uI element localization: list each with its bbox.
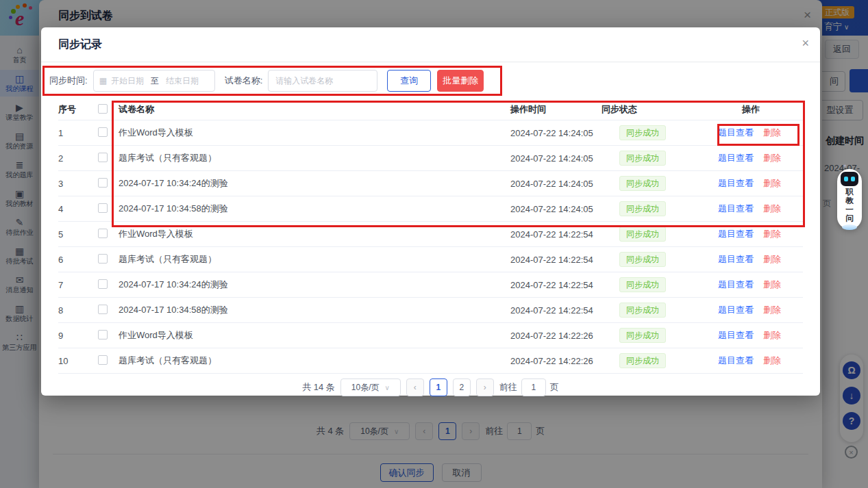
view-link[interactable]: 题目查看 bbox=[718, 304, 754, 316]
status-badge: 同步成功 bbox=[619, 201, 666, 216]
table-row: 6 题库考试（只有客观题） 2024-07-22 14:22:54 同步成功 题… bbox=[58, 247, 803, 272]
row-time: 2024-07-22 14:22:54 bbox=[510, 305, 602, 316]
index-header: 序号 bbox=[58, 103, 98, 116]
calendar-icon: ▦ bbox=[99, 76, 107, 86]
view-link[interactable]: 题目查看 bbox=[718, 253, 754, 266]
sync-records-close-icon[interactable]: × bbox=[802, 36, 809, 51]
row-time: 2024-07-22 14:22:26 bbox=[510, 356, 602, 366]
table-row: 7 2024-07-17 10:34:24的测验 2024-07-22 14:2… bbox=[58, 272, 803, 298]
row-checkbox[interactable] bbox=[98, 279, 108, 289]
row-checkbox[interactable] bbox=[98, 153, 108, 162]
start-date-placeholder: 开始日期 bbox=[111, 75, 144, 87]
end-date-placeholder: 结束日期 bbox=[166, 75, 199, 87]
view-link[interactable]: 题目查看 bbox=[718, 177, 754, 190]
title-divider bbox=[41, 62, 820, 62]
chevron-down-icon: ∨ bbox=[385, 384, 390, 391]
table-row: 1 作业Word导入模板 2024-07-22 14:24:05 同步成功 题目… bbox=[58, 120, 803, 146]
delete-link[interactable]: 删除 bbox=[763, 127, 781, 139]
row-checkbox[interactable] bbox=[98, 178, 108, 188]
row-name: 作业Word导入模板 bbox=[119, 329, 510, 342]
page-button-2[interactable]: 2 bbox=[453, 378, 471, 396]
page-size-select[interactable]: 10条/页 ∨ bbox=[340, 378, 401, 396]
row-time: 2024-07-22 14:24:05 bbox=[510, 153, 602, 164]
table-row: 2 题库考试（只有客观题） 2024-07-22 14:24:05 同步成功 题… bbox=[58, 146, 803, 171]
view-link[interactable]: 题目查看 bbox=[718, 228, 754, 240]
delete-link[interactable]: 删除 bbox=[763, 177, 781, 190]
sync-time-label: 同步时间: bbox=[49, 75, 88, 87]
status-badge: 同步成功 bbox=[619, 176, 666, 191]
row-checkbox[interactable] bbox=[98, 305, 108, 314]
row-checkbox[interactable] bbox=[98, 229, 108, 238]
row-name: 作业Word导入模板 bbox=[119, 127, 510, 139]
view-link[interactable]: 题目查看 bbox=[718, 152, 754, 164]
status-badge: 同步成功 bbox=[619, 328, 666, 343]
range-separator: 至 bbox=[148, 75, 162, 87]
assistant-label-char: 教 bbox=[837, 196, 862, 205]
assistant-label-char: 问 bbox=[837, 214, 862, 223]
table-row: 5 作业Word导入模板 2024-07-22 14:22:54 同步成功 题目… bbox=[58, 222, 803, 247]
sparkle-icon: ✦ bbox=[843, 163, 847, 169]
delete-link[interactable]: 删除 bbox=[763, 279, 781, 291]
row-checkbox[interactable] bbox=[98, 330, 108, 339]
row-time: 2024-07-22 14:24:05 bbox=[510, 179, 602, 189]
table-row: 4 2024-07-17 10:34:58的测验 2024-07-22 14:2… bbox=[58, 196, 803, 222]
row-index: 3 bbox=[58, 179, 98, 189]
view-link[interactable]: 题目查看 bbox=[718, 329, 754, 342]
goto-label: 前往 bbox=[499, 381, 517, 394]
row-checkbox[interactable] bbox=[98, 203, 108, 213]
total-count: 共 14 条 bbox=[302, 381, 335, 394]
row-name: 2024-07-17 10:34:24的测验 bbox=[119, 177, 510, 190]
row-checkbox[interactable] bbox=[98, 254, 108, 264]
paper-name-input[interactable] bbox=[268, 70, 377, 92]
name-header: 试卷名称 bbox=[119, 103, 510, 116]
row-checkbox[interactable] bbox=[98, 355, 108, 365]
status-badge: 同步成功 bbox=[619, 151, 666, 166]
status-badge: 同步成功 bbox=[619, 125, 666, 140]
delete-link[interactable]: 删除 bbox=[763, 228, 781, 240]
status-badge: 同步成功 bbox=[619, 277, 666, 292]
table-row: 3 2024-07-17 10:34:24的测验 2024-07-22 14:2… bbox=[58, 171, 803, 196]
delete-link[interactable]: 删除 bbox=[763, 355, 781, 367]
date-range-input[interactable]: ▦ 开始日期 至 结束日期 bbox=[93, 70, 215, 92]
actions-header: 操作 bbox=[718, 103, 803, 116]
view-link[interactable]: 题目查看 bbox=[718, 355, 754, 367]
row-index: 10 bbox=[58, 356, 98, 366]
batch-delete-button[interactable]: 批量删除 bbox=[437, 70, 484, 92]
sync-records-title: 同步记录 bbox=[58, 38, 102, 52]
assistant-widget[interactable]: ✦ 职 教 一 问 bbox=[837, 169, 862, 229]
search-button[interactable]: 查询 bbox=[387, 70, 431, 92]
view-link[interactable]: 题目查看 bbox=[718, 279, 754, 291]
delete-link[interactable]: 删除 bbox=[763, 203, 781, 215]
prev-page-button[interactable]: ‹ bbox=[406, 378, 424, 396]
view-link[interactable]: 题目查看 bbox=[718, 127, 754, 139]
row-index: 6 bbox=[58, 255, 98, 265]
select-all-checkbox[interactable] bbox=[98, 104, 108, 114]
row-checkbox[interactable] bbox=[98, 127, 108, 137]
view-link[interactable]: 题目查看 bbox=[718, 203, 754, 215]
table-row: 8 2024-07-17 10:34:58的测验 2024-07-22 14:2… bbox=[58, 298, 803, 323]
row-name: 2024-07-17 10:34:58的测验 bbox=[119, 304, 510, 316]
row-name: 题库考试（只有客观题） bbox=[119, 355, 510, 367]
sync-records-modal: 同步记录 × 同步时间: ▦ 开始日期 至 结束日期 试卷名称: 查询 批量删除… bbox=[41, 27, 820, 396]
status-badge: 同步成功 bbox=[619, 227, 666, 242]
delete-link[interactable]: 删除 bbox=[763, 304, 781, 316]
assistant-label-char: 职 bbox=[837, 188, 862, 196]
row-index: 5 bbox=[58, 229, 98, 240]
paper-name-label: 试卷名称: bbox=[225, 75, 263, 87]
row-time: 2024-07-22 14:22:54 bbox=[510, 255, 602, 265]
delete-link[interactable]: 删除 bbox=[763, 253, 781, 266]
next-page-button[interactable]: › bbox=[476, 378, 494, 396]
row-index: 7 bbox=[58, 280, 98, 290]
delete-link[interactable]: 删除 bbox=[763, 329, 781, 342]
time-header: 操作时间 bbox=[510, 103, 602, 116]
row-index: 1 bbox=[58, 128, 98, 138]
goto-page-input[interactable] bbox=[521, 378, 546, 396]
assistant-label-char: 一 bbox=[837, 205, 862, 214]
row-time: 2024-07-22 14:24:05 bbox=[510, 128, 602, 138]
row-index: 4 bbox=[58, 204, 98, 214]
filter-bar: 同步时间: ▦ 开始日期 至 结束日期 试卷名称: 查询 批量删除 bbox=[49, 70, 484, 92]
row-index: 9 bbox=[58, 331, 98, 341]
delete-link[interactable]: 删除 bbox=[763, 152, 781, 164]
page-button-1[interactable]: 1 bbox=[430, 378, 447, 396]
row-index: 2 bbox=[58, 153, 98, 164]
